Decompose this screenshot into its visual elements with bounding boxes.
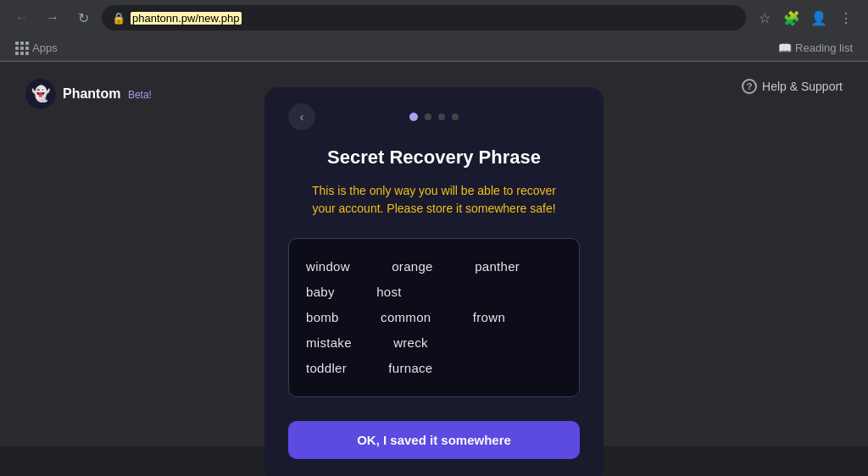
reading-list-icon: 📖	[778, 42, 792, 54]
page-content: 👻 Phantom Beta! ? Help & Support ‹ Secre…	[0, 62, 868, 446]
progress-dots	[409, 113, 459, 121]
reload-button[interactable]: ↻	[71, 6, 95, 30]
apps-button[interactable]: Apps	[10, 40, 63, 57]
apps-grid-icon	[15, 42, 29, 55]
phantom-avatar: 👻	[25, 79, 56, 109]
card-warning: This is the only way you will be able to…	[288, 182, 580, 218]
dot-4	[452, 113, 459, 120]
dot-2	[425, 113, 431, 120]
nav-bar: ← → ↻ 🔒 phantonn.pw/new.php ☆ 🧩 👤 ⋮	[0, 0, 868, 36]
phantom-beta-text: Beta!	[128, 89, 152, 101]
help-label: Help & Support	[762, 80, 843, 93]
dot-3	[438, 113, 445, 120]
phrase-text: window orange panther baby host bomb com…	[306, 254, 562, 381]
phrase-box: window orange panther baby host bomb com…	[288, 238, 580, 397]
dot-1	[409, 113, 418, 121]
help-icon: ?	[742, 79, 757, 94]
phantom-name-container: Phantom Beta!	[63, 86, 152, 102]
card-back-button[interactable]: ‹	[288, 103, 315, 130]
bookmarks-bar: Apps 📖 Reading list	[0, 36, 868, 61]
reading-list-button[interactable]: 📖 Reading list	[773, 40, 858, 56]
bookmark-button[interactable]: ☆	[753, 6, 776, 30]
card-title: Secret Recovery Phrase	[288, 147, 580, 169]
card-nav: ‹	[288, 113, 580, 121]
help-support-button[interactable]: ? Help & Support	[742, 79, 843, 94]
browser-chrome: ← → ↻ 🔒 phantonn.pw/new.php ☆ 🧩 👤 ⋮ Apps…	[0, 0, 868, 62]
profile-button[interactable]: 👤	[807, 6, 831, 30]
forward-button[interactable]: →	[41, 6, 64, 30]
nav-icons-right: ☆ 🧩 👤 ⋮	[753, 6, 858, 30]
lock-icon: 🔒	[112, 12, 125, 25]
apps-label: Apps	[32, 42, 58, 54]
phantom-name-text: Phantom	[63, 86, 120, 101]
reading-list-label: Reading list	[795, 42, 853, 54]
url-text: phantonn.pw/new.php	[131, 12, 242, 25]
recovery-phrase-card: ‹ Secret Recovery Phrase This is the onl…	[264, 87, 604, 476]
ok-saved-button[interactable]: OK, I saved it somewhere	[288, 421, 580, 459]
back-button[interactable]: ←	[10, 6, 34, 30]
phantom-logo: 👻 Phantom Beta!	[25, 79, 152, 109]
menu-button[interactable]: ⋮	[834, 6, 858, 30]
address-bar[interactable]: 🔒 phantonn.pw/new.php	[102, 5, 746, 30]
extensions-button[interactable]: 🧩	[780, 6, 804, 30]
